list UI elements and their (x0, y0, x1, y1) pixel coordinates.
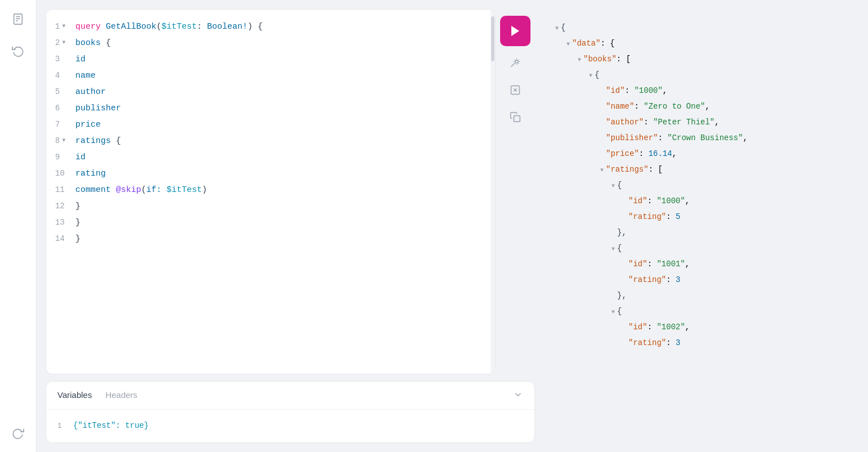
json-line: "id": "1000", (555, 83, 845, 99)
json-content: }, (617, 225, 627, 240)
line-number: 9 (55, 149, 71, 165)
svg-rect-9 (514, 116, 520, 122)
json-collapse-arrow (600, 147, 604, 162)
json-content: "id": "1001", (628, 257, 690, 271)
code-content: } (75, 231, 482, 247)
json-content: "ratings": [ (606, 162, 663, 177)
json-content: "rating": 5 (628, 209, 680, 224)
json-line: "rating": 5 (555, 209, 845, 225)
json-content: }, (617, 288, 627, 303)
json-content: "rating": 3 (628, 335, 680, 350)
code-line: 8▼ ratings { (46, 133, 491, 149)
json-content: { (617, 304, 622, 319)
json-line: "rating": 3 (555, 272, 845, 288)
code-content: comment @skip(if: $itTest) (75, 182, 482, 198)
json-collapse-arrow (623, 195, 626, 209)
json-line: "author": "Peter Thiel", (555, 115, 845, 131)
scrollbar-thumb (491, 16, 494, 61)
history-icon[interactable] (8, 41, 28, 61)
variable-line: 1 {"itTest": true} (57, 419, 523, 433)
code-line: 2▼ books { (46, 35, 491, 51)
json-line: ▼"books": [ (555, 52, 845, 68)
json-content: { (595, 68, 599, 82)
code-line: 12 } (46, 198, 491, 214)
json-collapse-arrow[interactable]: ▼ (578, 53, 581, 68)
json-line: }, (555, 225, 845, 241)
json-collapse-arrow[interactable]: ▼ (555, 21, 559, 36)
json-collapse-arrow[interactable]: ▼ (611, 179, 615, 194)
json-collapse-arrow (611, 226, 615, 241)
variables-tabs: Variables Headers (57, 390, 137, 401)
json-content: "price": 16.14, (606, 146, 677, 161)
main-content: 1▼query GetAllBook($itTest: Boolean!) {2… (37, 0, 868, 452)
result-panel[interactable]: ▼{▼"data": {▼"books": [▼{ "id": "1000", … (542, 9, 859, 443)
json-collapse-arrow (623, 274, 626, 288)
line-number: 4 (55, 68, 71, 83)
code-line: 13 } (46, 214, 491, 231)
json-line: "publisher": "Crown Business", (555, 131, 845, 146)
json-content: "books": [ (583, 52, 631, 66)
code-content: id (75, 150, 482, 165)
editor-result-row: 1▼query GetAllBook($itTest: Boolean!) {2… (46, 9, 859, 443)
json-line: ▼{ (555, 20, 845, 36)
json-collapse-arrow[interactable]: ▼ (589, 69, 592, 83)
json-collapse-arrow (611, 289, 615, 304)
json-content: { (617, 241, 622, 256)
line-number: 5 (55, 84, 71, 100)
code-content: author (75, 84, 482, 100)
json-line: ▼{ (555, 68, 845, 83)
line-number: 3 (55, 51, 71, 67)
json-collapse-arrow (623, 211, 626, 225)
code-area[interactable]: 1▼query GetAllBook($itTest: Boolean!) {2… (46, 10, 491, 374)
code-line: 5 author (46, 84, 491, 100)
sidebar (0, 0, 37, 452)
json-collapse-arrow[interactable]: ▼ (611, 305, 615, 320)
line-number: 6 (55, 100, 71, 116)
json-line: }, (555, 288, 845, 304)
json-collapse-arrow[interactable]: ▼ (566, 37, 570, 52)
code-line: 1▼query GetAllBook($itTest: Boolean!) { (46, 19, 491, 35)
json-line: ▼"data": { (555, 36, 845, 52)
code-content: ratings { (75, 133, 482, 149)
json-collapse-arrow[interactable]: ▼ (611, 242, 615, 257)
line-number: 7 (55, 117, 71, 132)
json-collapse-arrow[interactable]: ▼ (600, 163, 604, 178)
json-line: ▼{ (555, 304, 845, 320)
variables-content: 1 {"itTest": true} (46, 410, 534, 442)
var-content: {"itTest": true} (73, 419, 149, 432)
code-line: 6 publisher (46, 100, 491, 117)
json-collapse-arrow (623, 337, 626, 351)
collapse-variables-button[interactable] (513, 390, 523, 401)
line-number: 10 (55, 165, 71, 181)
json-content: "data": { (572, 36, 615, 51)
code-content: publisher (75, 101, 482, 117)
var-line-number: 1 (57, 419, 73, 433)
line-number: 8▼ (55, 133, 71, 149)
magic-button[interactable] (505, 53, 525, 73)
json-content: "id": "1002", (628, 320, 690, 334)
json-content: "id": "1000", (606, 83, 667, 98)
json-line: "id": "1001", (555, 257, 845, 272)
run-button[interactable] (500, 16, 530, 46)
json-content: "author": "Peter Thiel", (606, 115, 719, 129)
refresh-icon[interactable] (8, 423, 28, 443)
json-collapse-arrow (600, 116, 604, 131)
json-line: ▼{ (555, 178, 845, 194)
document-icon[interactable] (8, 9, 28, 29)
editor-panel: 1▼query GetAllBook($itTest: Boolean!) {2… (46, 9, 535, 443)
code-line: 9 id (46, 149, 491, 165)
line-number: 12 (55, 198, 71, 214)
code-content: books { (75, 35, 482, 51)
json-content: "publisher": "Crown Business", (606, 131, 748, 145)
copy-button[interactable] (505, 107, 525, 127)
tab-variables[interactable]: Variables (57, 390, 92, 401)
json-line: "id": "1000", (555, 194, 845, 209)
clear-button[interactable] (505, 80, 525, 100)
json-content: "rating": 3 (628, 272, 680, 287)
svg-point-5 (515, 60, 518, 63)
scrollbar[interactable] (491, 10, 495, 374)
json-content: "id": "1000", (628, 194, 690, 208)
line-number: 14 (55, 231, 71, 247)
tab-headers[interactable]: Headers (105, 390, 137, 401)
json-collapse-arrow (600, 84, 604, 99)
